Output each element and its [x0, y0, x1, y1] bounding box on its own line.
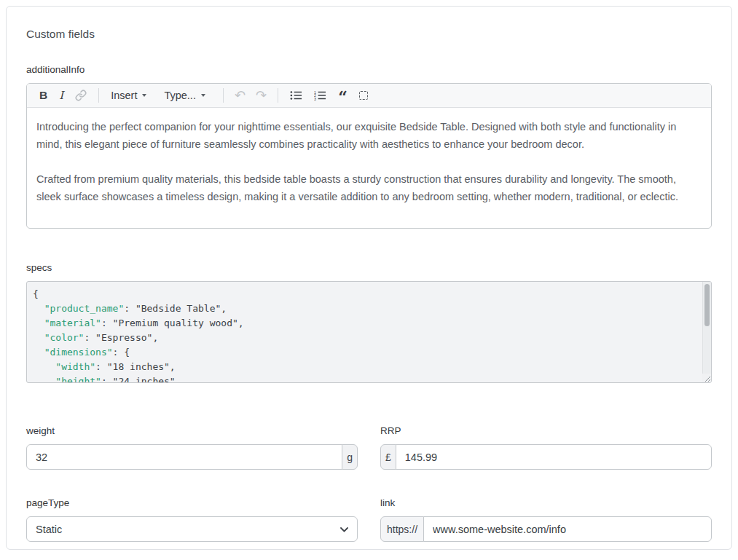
toolbar-divider — [278, 88, 278, 103]
chevron-down-icon — [201, 94, 205, 97]
code-line: { — [33, 287, 696, 301]
blockquote-button[interactable]: “ — [332, 87, 353, 104]
insert-dropdown[interactable]: Insert — [105, 87, 152, 104]
resize-grip-icon — [704, 375, 711, 382]
ordered-list-icon: 1 2 3 — [314, 90, 326, 100]
weight-input[interactable] — [26, 444, 342, 470]
svg-text:3: 3 — [314, 97, 316, 100]
undo-button[interactable]: ↶ — [229, 87, 251, 103]
redo-button[interactable]: ↷ — [251, 87, 272, 103]
specs-scrollbar-thumb[interactable] — [704, 284, 710, 326]
bullet-list-icon — [290, 90, 302, 100]
link-label: link — [380, 497, 712, 509]
rte-content-area[interactable]: Introducing the perfect companion for yo… — [27, 108, 711, 205]
field-rrp: RRP £ — [380, 425, 712, 470]
dashed-square-icon — [359, 91, 368, 100]
page-type-select[interactable]: Static — [26, 516, 358, 542]
code-line: "width": "18 inches", — [33, 360, 696, 374]
resize-handle[interactable] — [702, 374, 711, 382]
insert-dropdown-label: Insert — [111, 90, 137, 101]
link-button[interactable] — [69, 87, 93, 104]
rte-paragraph: Introducing the perfect companion for yo… — [36, 118, 702, 153]
code-line: "product_name": "Bedside Table", — [33, 301, 696, 316]
rrp-label: RRP — [380, 425, 712, 437]
additional-info-label: additionalInfo — [26, 64, 712, 76]
weight-unit-addon: g — [342, 444, 358, 470]
code-line: "material": "Premium quality wood", — [33, 316, 696, 331]
field-page-type: pageType Static — [26, 497, 358, 542]
italic-button[interactable]: I — [53, 87, 69, 104]
link-input[interactable] — [423, 516, 712, 542]
chevron-down-icon — [142, 94, 146, 97]
field-weight: weight g — [26, 425, 358, 470]
link-icon — [75, 90, 87, 101]
row-weight-rrp: weight g RRP £ — [26, 425, 712, 470]
toolbar-divider — [223, 88, 224, 103]
field-specs: specs { "product_name": "Bedside Table",… — [26, 262, 712, 383]
specs-label: specs — [26, 262, 712, 274]
rich-text-editor: B I Insert Type... ↶ — [26, 83, 712, 229]
link-protocol-addon: https:// — [380, 516, 424, 542]
type-dropdown[interactable]: Type... — [158, 87, 211, 104]
custom-fields-card: Custom fields additionalInfo B I Insert — [6, 6, 732, 550]
horizontal-rule-button[interactable] — [353, 88, 374, 103]
rte-toolbar: B I Insert Type... ↶ — [27, 84, 711, 108]
rte-paragraph: Crafted from premium quality materials, … — [36, 170, 702, 205]
type-dropdown-label: Type... — [164, 90, 196, 101]
field-additional-info: additionalInfo B I Insert Type... — [26, 64, 712, 229]
row-pagetype-link: pageType Static link https:// — [26, 497, 712, 542]
page-title: Custom fields — [26, 7, 712, 41]
rrp-currency-addon: £ — [380, 444, 396, 470]
bullet-list-button[interactable] — [284, 87, 308, 103]
bold-button[interactable]: B — [34, 87, 53, 104]
toolbar-divider — [98, 88, 99, 103]
specs-code-content[interactable]: { "product_name": "Bedside Table", "mate… — [27, 282, 711, 383]
ordered-list-button[interactable]: 1 2 3 — [308, 87, 332, 103]
specs-code-editor[interactable]: { "product_name": "Bedside Table", "mate… — [26, 281, 712, 383]
specs-scrollbar[interactable] — [702, 282, 711, 374]
field-link: link https:// — [380, 497, 712, 542]
code-line: "height": "24 inches", — [33, 374, 696, 383]
code-line: "color": "Espresso", — [33, 331, 696, 345]
page-type-label: pageType — [26, 497, 358, 509]
code-line: "dimensions": { — [33, 345, 696, 360]
rrp-input[interactable] — [396, 444, 712, 470]
weight-label: weight — [26, 425, 358, 437]
